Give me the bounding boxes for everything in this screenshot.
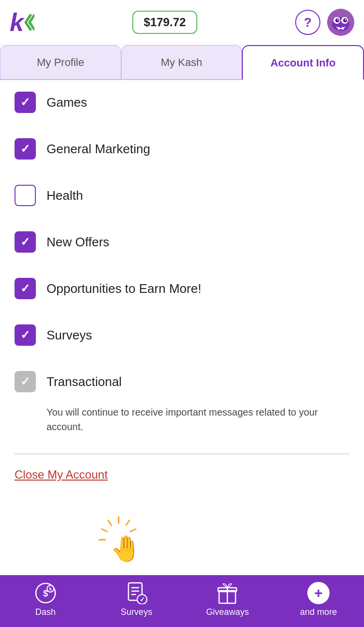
checkbox-item-opportunities[interactable]: ✓ Opportunities to Earn More! bbox=[15, 265, 349, 312]
dash-label: Dash bbox=[35, 607, 56, 617]
section-divider bbox=[15, 453, 349, 454]
nav-item-dash[interactable]: $ k Dash bbox=[16, 582, 75, 617]
health-checkbox[interactable] bbox=[15, 185, 36, 206]
giveaways-label: Giveaways bbox=[206, 607, 249, 617]
avatar[interactable] bbox=[327, 9, 354, 36]
opportunities-label: Opportunities to Earn More! bbox=[47, 281, 201, 296]
help-button[interactable]: ? bbox=[295, 10, 320, 35]
checkbox-item-general-marketing[interactable]: ✓ General Marketing bbox=[15, 126, 349, 172]
general-marketing-checkbox[interactable]: ✓ bbox=[15, 138, 36, 160]
svg-point-6 bbox=[337, 19, 339, 21]
giveaways-icon bbox=[216, 582, 238, 604]
checkbox-item-transactional: ✓ Transactional bbox=[15, 358, 349, 405]
logo-letter: k bbox=[10, 10, 24, 35]
tab-bar: My Profile My Kash Account Info bbox=[0, 45, 364, 79]
new-offers-checkbox[interactable]: ✓ bbox=[15, 231, 36, 253]
more-label: and more bbox=[300, 607, 337, 617]
cursor-rays-icon: 🤚 bbox=[95, 514, 143, 563]
header-center: $179.72 bbox=[34, 11, 295, 34]
general-marketing-label: General Marketing bbox=[47, 142, 150, 157]
app-logo[interactable]: k bbox=[10, 10, 34, 35]
svg-line-12 bbox=[130, 529, 136, 531]
check-icon: ✓ bbox=[20, 96, 30, 109]
avatar-icon bbox=[327, 9, 354, 36]
check-icon: ✓ bbox=[20, 235, 30, 249]
tab-my-kash[interactable]: My Kash bbox=[121, 45, 242, 80]
tab-account-info[interactable]: Account Info bbox=[242, 45, 364, 80]
svg-rect-9 bbox=[342, 27, 344, 30]
svg-text:✓: ✓ bbox=[139, 596, 144, 603]
svg-line-14 bbox=[102, 529, 107, 531]
check-icon: ✓ bbox=[20, 375, 30, 388]
more-icon: + bbox=[307, 582, 330, 604]
svg-rect-8 bbox=[338, 27, 340, 30]
health-label: Health bbox=[47, 188, 83, 203]
bottom-navigation: $ k Dash ✓ Surveys bbox=[0, 575, 364, 627]
hand-cursor-icon: 🤚 bbox=[110, 533, 142, 563]
balance-badge[interactable]: $179.72 bbox=[132, 11, 198, 34]
svg-line-11 bbox=[126, 520, 129, 525]
games-checkbox[interactable]: ✓ bbox=[15, 92, 36, 113]
checkbox-item-health[interactable]: Health bbox=[15, 172, 349, 219]
svg-line-13 bbox=[108, 520, 111, 525]
check-icon: ✓ bbox=[20, 282, 30, 295]
surveys-checkbox[interactable]: ✓ bbox=[15, 324, 36, 346]
transactional-note: You will continue to receive important m… bbox=[15, 405, 349, 444]
svg-text:k: k bbox=[49, 586, 52, 592]
close-account-link[interactable]: Close My Account bbox=[15, 468, 108, 482]
checkbox-item-surveys[interactable]: ✓ Surveys bbox=[15, 312, 349, 358]
checkbox-item-new-offers[interactable]: ✓ New Offers bbox=[15, 219, 349, 265]
checkbox-item-games[interactable]: ✓ Games bbox=[15, 79, 349, 126]
nav-item-more[interactable]: + and more bbox=[289, 582, 348, 617]
content-area: ✓ Games ✓ General Marketing Health ✓ New… bbox=[0, 79, 364, 520]
games-label: Games bbox=[47, 95, 87, 110]
transactional-checkbox: ✓ bbox=[15, 371, 36, 392]
surveys-icon: ✓ bbox=[126, 582, 148, 604]
nav-item-surveys[interactable]: ✓ Surveys bbox=[108, 582, 166, 617]
header-right: ? bbox=[295, 9, 354, 36]
logo-chevron-icon bbox=[24, 14, 34, 31]
check-icon: ✓ bbox=[20, 142, 30, 156]
new-offers-label: New Offers bbox=[47, 235, 110, 250]
tab-my-profile[interactable]: My Profile bbox=[0, 45, 121, 80]
dash-icon: $ k bbox=[34, 582, 57, 604]
check-icon: ✓ bbox=[20, 328, 30, 342]
nav-item-giveaways[interactable]: Giveaways bbox=[198, 582, 256, 617]
cursor-overlay: 🤚 bbox=[95, 514, 143, 565]
app-header: k $179.72 ? bbox=[0, 0, 364, 45]
surveys-label: Surveys bbox=[121, 607, 152, 617]
svg-point-7 bbox=[345, 19, 347, 21]
plus-circle-icon: + bbox=[307, 582, 330, 604]
transactional-label: Transactional bbox=[47, 374, 122, 389]
opportunities-checkbox[interactable]: ✓ bbox=[15, 278, 36, 299]
surveys-label: Surveys bbox=[47, 328, 92, 343]
